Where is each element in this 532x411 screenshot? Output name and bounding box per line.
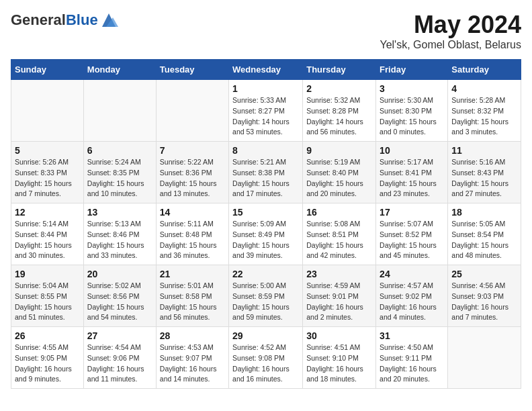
col-thursday: Thursday <box>303 60 376 80</box>
cell-date: 14 <box>160 207 225 218</box>
calendar-cell: 25Sunrise: 4:56 AMSunset: 9:03 PMDayligh… <box>448 265 521 327</box>
calendar-cell: 7Sunrise: 5:22 AMSunset: 8:36 PMDaylight… <box>156 142 228 203</box>
header-row: Sunday Monday Tuesday Wednesday Thursday… <box>11 60 521 80</box>
cell-info: Sunrise: 5:07 AMSunset: 8:52 PMDaylight:… <box>380 219 444 261</box>
cell-info: Sunrise: 5:19 AMSunset: 8:40 PMDaylight:… <box>306 157 372 199</box>
calendar-header: Sunday Monday Tuesday Wednesday Thursday… <box>11 60 521 80</box>
calendar-cell: 24Sunrise: 4:57 AMSunset: 9:02 PMDayligh… <box>376 265 448 327</box>
cell-date: 6 <box>87 145 152 156</box>
cell-date: 16 <box>306 207 372 218</box>
cell-date: 26 <box>15 330 80 341</box>
calendar-cell: 5Sunrise: 5:26 AMSunset: 8:33 PMDaylight… <box>11 142 84 203</box>
cell-date: 23 <box>306 269 372 279</box>
cell-info: Sunrise: 4:59 AMSunset: 9:01 PMDaylight:… <box>306 281 372 323</box>
calendar-cell: 13Sunrise: 5:13 AMSunset: 8:46 PMDayligh… <box>83 203 156 265</box>
cell-info: Sunrise: 5:33 AMSunset: 8:27 PMDaylight:… <box>232 95 299 138</box>
col-friday: Friday <box>376 60 448 80</box>
calendar-cell: 30Sunrise: 4:51 AMSunset: 9:10 PMDayligh… <box>303 327 376 389</box>
cell-info: Sunrise: 5:04 AMSunset: 8:55 PMDaylight:… <box>15 281 80 323</box>
cell-info: Sunrise: 4:52 AMSunset: 9:08 PMDaylight:… <box>232 342 299 385</box>
calendar-cell: 8Sunrise: 5:21 AMSunset: 8:38 PMDaylight… <box>229 142 303 203</box>
cell-date: 11 <box>451 145 517 156</box>
calendar-cell: 10Sunrise: 5:17 AMSunset: 8:41 PMDayligh… <box>376 142 448 203</box>
calendar-cell: 17Sunrise: 5:07 AMSunset: 8:52 PMDayligh… <box>376 203 448 265</box>
calendar-table: Sunday Monday Tuesday Wednesday Thursday… <box>11 59 521 389</box>
calendar-cell: 18Sunrise: 5:05 AMSunset: 8:54 PMDayligh… <box>448 203 521 265</box>
cell-date: 2 <box>306 83 372 94</box>
cell-info: Sunrise: 5:13 AMSunset: 8:46 PMDaylight:… <box>87 219 152 261</box>
calendar-body: 1Sunrise: 5:33 AMSunset: 8:27 PMDaylight… <box>11 80 521 389</box>
calendar-cell: 12Sunrise: 5:14 AMSunset: 8:44 PMDayligh… <box>11 203 84 265</box>
subtitle: Yel'sk, Gomel Oblast, Belarus <box>380 39 521 51</box>
cell-info: Sunrise: 5:05 AMSunset: 8:54 PMDaylight:… <box>451 219 517 261</box>
cell-info: Sunrise: 5:02 AMSunset: 8:56 PMDaylight:… <box>87 281 152 323</box>
col-tuesday: Tuesday <box>156 60 228 80</box>
cell-date: 19 <box>15 269 80 279</box>
logo: GeneralBlue <box>11 11 118 30</box>
cell-date: 25 <box>451 269 517 279</box>
calendar-cell: 29Sunrise: 4:52 AMSunset: 9:08 PMDayligh… <box>229 327 303 389</box>
cell-info: Sunrise: 5:08 AMSunset: 8:51 PMDaylight:… <box>306 219 372 261</box>
cell-date: 28 <box>160 330 225 341</box>
calendar-cell <box>11 80 84 142</box>
calendar-cell: 19Sunrise: 5:04 AMSunset: 8:55 PMDayligh… <box>11 265 84 327</box>
cell-date: 10 <box>380 145 444 156</box>
calendar-cell: 2Sunrise: 5:32 AMSunset: 8:28 PMDaylight… <box>303 80 376 142</box>
cell-info: Sunrise: 5:09 AMSunset: 8:49 PMDaylight:… <box>232 219 299 261</box>
cell-info: Sunrise: 5:01 AMSunset: 8:58 PMDaylight:… <box>160 281 225 323</box>
cell-date: 18 <box>451 207 517 218</box>
logo-general: General <box>11 11 66 28</box>
cell-info: Sunrise: 5:30 AMSunset: 8:30 PMDaylight:… <box>380 95 444 138</box>
col-monday: Monday <box>83 60 156 80</box>
main-title: May 2024 <box>380 11 521 39</box>
calendar-cell: 16Sunrise: 5:08 AMSunset: 8:51 PMDayligh… <box>303 203 376 265</box>
calendar-cell: 11Sunrise: 5:16 AMSunset: 8:43 PMDayligh… <box>448 142 521 203</box>
cell-date: 12 <box>15 207 80 218</box>
calendar-week-4: 26Sunrise: 4:55 AMSunset: 9:05 PMDayligh… <box>11 327 521 389</box>
cell-info: Sunrise: 4:51 AMSunset: 9:10 PMDaylight:… <box>306 342 372 385</box>
cell-info: Sunrise: 4:50 AMSunset: 9:11 PMDaylight:… <box>380 342 444 385</box>
cell-date: 22 <box>232 269 299 279</box>
cell-date: 9 <box>306 145 372 156</box>
cell-info: Sunrise: 5:32 AMSunset: 8:28 PMDaylight:… <box>306 95 372 138</box>
cell-date: 7 <box>160 145 225 156</box>
calendar-cell: 22Sunrise: 5:00 AMSunset: 8:59 PMDayligh… <box>229 265 303 327</box>
cell-info: Sunrise: 4:53 AMSunset: 9:07 PMDaylight:… <box>160 342 225 385</box>
logo-blue: Blue <box>66 11 98 28</box>
calendar-week-3: 19Sunrise: 5:04 AMSunset: 8:55 PMDayligh… <box>11 265 521 327</box>
calendar-cell <box>156 80 228 142</box>
cell-date: 13 <box>87 207 152 218</box>
logo-icon <box>99 11 118 30</box>
page-header: GeneralBlue May 2024 Yel'sk, Gomel Oblas… <box>11 11 521 51</box>
cell-date: 3 <box>380 83 444 94</box>
calendar-cell: 27Sunrise: 4:54 AMSunset: 9:06 PMDayligh… <box>83 327 156 389</box>
cell-info: Sunrise: 5:16 AMSunset: 8:43 PMDaylight:… <box>451 157 517 199</box>
cell-date: 27 <box>87 330 152 341</box>
cell-date: 4 <box>451 83 517 94</box>
col-saturday: Saturday <box>448 60 521 80</box>
calendar-cell <box>83 80 156 142</box>
calendar-cell: 28Sunrise: 4:53 AMSunset: 9:07 PMDayligh… <box>156 327 228 389</box>
cell-date: 31 <box>380 330 444 341</box>
cell-date: 24 <box>380 269 444 279</box>
cell-date: 8 <box>232 145 299 156</box>
calendar-cell: 31Sunrise: 4:50 AMSunset: 9:11 PMDayligh… <box>376 327 448 389</box>
cell-info: Sunrise: 5:28 AMSunset: 8:32 PMDaylight:… <box>451 95 517 138</box>
calendar-cell: 14Sunrise: 5:11 AMSunset: 8:48 PMDayligh… <box>156 203 228 265</box>
cell-info: Sunrise: 5:14 AMSunset: 8:44 PMDaylight:… <box>15 219 80 261</box>
cell-date: 17 <box>380 207 444 218</box>
cell-date: 21 <box>160 269 225 279</box>
calendar-cell: 4Sunrise: 5:28 AMSunset: 8:32 PMDaylight… <box>448 80 521 142</box>
calendar-cell: 21Sunrise: 5:01 AMSunset: 8:58 PMDayligh… <box>156 265 228 327</box>
calendar-cell: 3Sunrise: 5:30 AMSunset: 8:30 PMDaylight… <box>376 80 448 142</box>
calendar-week-0: 1Sunrise: 5:33 AMSunset: 8:27 PMDaylight… <box>11 80 521 142</box>
cell-info: Sunrise: 5:00 AMSunset: 8:59 PMDaylight:… <box>232 281 299 323</box>
cell-info: Sunrise: 4:55 AMSunset: 9:05 PMDaylight:… <box>15 342 80 385</box>
calendar-cell: 9Sunrise: 5:19 AMSunset: 8:40 PMDaylight… <box>303 142 376 203</box>
cell-info: Sunrise: 5:24 AMSunset: 8:35 PMDaylight:… <box>87 157 152 199</box>
calendar-cell: 23Sunrise: 4:59 AMSunset: 9:01 PMDayligh… <box>303 265 376 327</box>
cell-info: Sunrise: 5:11 AMSunset: 8:48 PMDaylight:… <box>160 219 225 261</box>
cell-info: Sunrise: 5:17 AMSunset: 8:41 PMDaylight:… <box>380 157 444 199</box>
calendar-cell: 20Sunrise: 5:02 AMSunset: 8:56 PMDayligh… <box>83 265 156 327</box>
calendar-week-1: 5Sunrise: 5:26 AMSunset: 8:33 PMDaylight… <box>11 142 521 203</box>
